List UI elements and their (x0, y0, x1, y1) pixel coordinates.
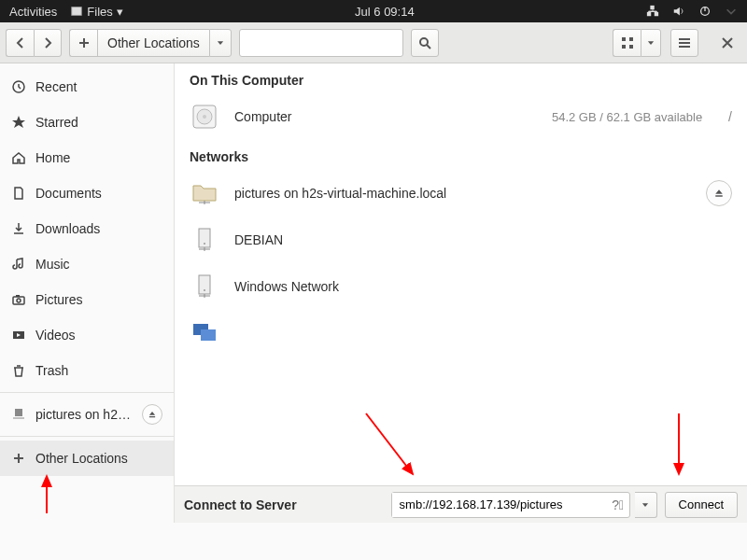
close-button[interactable] (713, 29, 741, 57)
clock-icon (11, 79, 26, 94)
sidebar: Recent Starred Home Documents Downloads … (0, 63, 175, 523)
video-icon (11, 328, 26, 343)
search-button[interactable] (411, 29, 439, 57)
server-address-input-wrap: ?⃝ (391, 492, 630, 518)
view-switcher (613, 29, 661, 57)
server-address-input[interactable] (392, 493, 607, 517)
connect-label: Connect to Server (184, 497, 297, 512)
hamburger-menu-button[interactable] (670, 29, 698, 57)
row-label: Windows Network (234, 279, 732, 294)
eject-button[interactable] (706, 180, 732, 206)
sidebar-item-pictures[interactable]: Pictures (0, 282, 174, 317)
row-network-share[interactable]: pictures on h2s-virtual-machine.local (175, 170, 747, 217)
svg-rect-11 (647, 12, 651, 16)
location-button[interactable]: Other Locations (97, 29, 209, 57)
sidebar-item-videos[interactable]: Videos (0, 317, 174, 353)
network-folder-icon (190, 178, 219, 208)
trash-icon (11, 363, 26, 378)
connect-footer: Connect to Server ?⃝ Connect (175, 485, 747, 523)
content-pane: On This Computer Computer 54.2 GB / 62.1… (175, 63, 747, 523)
triangle-down-icon (646, 38, 655, 48)
server-icon (190, 272, 219, 301)
server-icon (190, 225, 219, 255)
clock[interactable]: Jul 6 09:14 (123, 5, 646, 19)
sidebar-item-mount[interactable]: pictures on h2… (0, 397, 174, 432)
sidebar-item-downloads[interactable]: Downloads (0, 211, 174, 246)
forward-button[interactable] (34, 29, 62, 57)
gnome-topbar: Activities Files ▾ Jul 6 09:14 (0, 0, 747, 22)
toolbar: Other Locations (0, 22, 747, 63)
app-menu[interactable]: Files ▾ (70, 5, 122, 19)
view-options-button[interactable] (641, 29, 661, 57)
svg-rect-10 (72, 7, 82, 16)
address-bar[interactable] (239, 29, 403, 57)
row-windows-network[interactable] (175, 310, 747, 357)
sidebar-item-trash[interactable]: Trash (0, 353, 174, 388)
home-icon (11, 150, 26, 165)
eject-icon (148, 410, 157, 419)
sidebar-item-other-locations[interactable]: Other Locations (0, 441, 174, 476)
music-icon (11, 257, 26, 272)
sidebar-separator (0, 436, 174, 437)
camera-icon (11, 292, 26, 307)
icon-view-button[interactable] (613, 29, 641, 57)
connect-button[interactable]: Connect (665, 492, 738, 518)
row-network-host[interactable]: DEBIAN (175, 217, 747, 263)
section-header-networks: Networks (175, 140, 747, 170)
svg-rect-13 (650, 6, 654, 9)
power-indicator-icon[interactable] (698, 5, 712, 18)
row-label: Computer (234, 109, 537, 124)
row-network-host[interactable]: Windows Network (175, 263, 747, 310)
chevron-left-icon (13, 35, 28, 50)
search-icon (417, 35, 432, 50)
svg-point-21 (204, 289, 205, 291)
row-label: pictures on h2s-virtual-machine.local (234, 186, 691, 201)
menu-icon (677, 35, 692, 50)
sidebar-separator (0, 392, 174, 393)
sidebar-item-home[interactable]: Home (0, 140, 174, 175)
new-tab-button[interactable] (69, 29, 97, 57)
plus-icon (77, 35, 92, 50)
svg-rect-12 (655, 12, 658, 16)
recent-servers-dropdown[interactable] (635, 492, 657, 518)
location-dropdown[interactable] (209, 29, 232, 57)
activities-button[interactable]: Activities (9, 5, 57, 19)
main-area: Recent Starred Home Documents Downloads … (0, 63, 747, 523)
sidebar-item-recent[interactable]: Recent (0, 69, 174, 105)
help-hint-icon[interactable]: ?⃝ (607, 497, 629, 512)
row-computer[interactable]: Computer 54.2 GB / 62.1 GB available / (175, 93, 747, 140)
files-app-icon (70, 5, 83, 18)
svg-rect-23 (201, 329, 216, 341)
chevron-down-icon[interactable] (725, 5, 738, 18)
sidebar-item-music[interactable]: Music (0, 246, 174, 282)
triangle-down-icon (641, 500, 650, 510)
volume-indicator-icon[interactable] (672, 5, 685, 18)
svg-point-17 (203, 115, 206, 119)
row-meta: 54.2 GB / 62.1 GB available (552, 110, 702, 124)
row-path: / (728, 109, 732, 124)
sidebar-item-documents[interactable]: Documents (0, 175, 174, 211)
sidebar-item-starred[interactable]: Starred (0, 105, 174, 140)
harddisk-icon (190, 102, 219, 132)
svg-point-19 (204, 243, 205, 245)
network-drive-icon (11, 407, 26, 422)
eject-icon (713, 188, 725, 199)
plus-icon (11, 451, 26, 466)
triangle-down-icon (216, 38, 225, 48)
path-bar: Other Locations (69, 29, 232, 57)
eject-button[interactable] (142, 404, 162, 425)
close-icon (720, 35, 735, 50)
chevron-right-icon (40, 35, 55, 50)
download-icon (11, 221, 26, 236)
document-icon (11, 186, 26, 201)
grid-icon (620, 35, 635, 50)
back-button[interactable] (6, 29, 34, 57)
star-icon (11, 115, 26, 130)
windows-network-icon (190, 318, 219, 348)
row-label: DEBIAN (234, 232, 732, 247)
section-header-computer: On This Computer (175, 63, 747, 93)
network-indicator-icon[interactable] (646, 5, 659, 18)
